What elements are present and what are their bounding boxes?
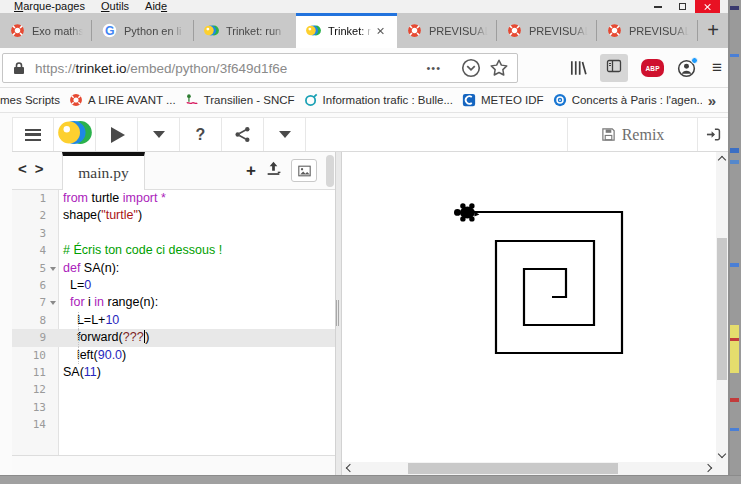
trinket-icon: [306, 23, 321, 38]
help-icon: ?: [196, 126, 206, 144]
bookmark-item-2[interactable]: A LIRE AVANT ...: [69, 93, 176, 107]
trinket-icon: [204, 23, 219, 38]
browser-tab-5[interactable]: PREVISUALI: [397, 13, 497, 48]
bookmark-item-3[interactable]: Transilien - SNCF: [185, 93, 295, 107]
lock-icon: [13, 61, 25, 75]
editor-scrollbar-thumb[interactable]: [326, 155, 334, 187]
window-title-bar: Marque-pagesOutilsAide: [0, 0, 730, 13]
info-trafic-icon: [304, 93, 318, 107]
code-editor[interactable]: 1from turtle import *2shape("turtle")34#…: [12, 190, 335, 455]
remix-button[interactable]: Remix: [567, 118, 697, 151]
bookmark-label: Transilien - SNCF: [204, 94, 295, 106]
tab-title: PREVISUALI: [629, 25, 690, 37]
account-icon[interactable]: [677, 59, 696, 78]
hamburger-menu-icon[interactable]: ≡: [712, 58, 722, 78]
bookmark-label: METEO IDF: [481, 94, 544, 106]
life-ring-icon: [10, 23, 25, 38]
file-tab-main-py[interactable]: main.py: [62, 152, 145, 190]
transilien-icon: [185, 93, 199, 107]
image-icon: [297, 164, 312, 178]
bookmarks-toolbar: mes ScriptsA LIRE AVANT ...Transilien - …: [0, 88, 730, 113]
code-line-10[interactable]: 10 left(90.0): [12, 347, 335, 364]
scroll-down-icon[interactable]: [716, 448, 728, 460]
next-file-icon[interactable]: >: [31, 160, 48, 177]
browser-tab-4[interactable]: Trinket: r: [296, 13, 397, 48]
close-icon: [704, 3, 712, 11]
tab-title: Python en li: [124, 25, 186, 37]
life-ring-icon: [407, 23, 422, 38]
browser-tab-2[interactable]: GPython en li: [92, 13, 194, 48]
code-line-9[interactable]: 9 forward(???): [12, 329, 335, 346]
panel-splitter[interactable]: [335, 152, 342, 475]
code-line-13[interactable]: 13: [12, 399, 335, 416]
bookmark-star-icon[interactable]: [489, 58, 509, 78]
maximize-button[interactable]: [670, 0, 695, 13]
output-vertical-scrollbar[interactable]: [716, 152, 728, 462]
menu-button[interactable]: [12, 118, 54, 151]
menu-aide[interactable]: Aide: [137, 0, 175, 13]
pocket-icon[interactable]: [461, 58, 481, 78]
menu-outils[interactable]: Outils: [93, 0, 137, 13]
run-button[interactable]: [96, 118, 138, 151]
code-text: shape("turtle"): [58, 207, 142, 224]
horizontal-scroll-thumb[interactable]: [408, 463, 618, 474]
code-line-1[interactable]: 1from turtle import *: [12, 190, 335, 207]
run-options-button[interactable]: [138, 118, 180, 151]
browser-tab-3[interactable]: Trinket: run: [194, 13, 296, 48]
minimize-button[interactable]: [645, 0, 670, 13]
line-number: 7: [12, 294, 58, 311]
code-line-12[interactable]: 12: [12, 381, 335, 398]
new-tab-button[interactable]: +: [698, 13, 728, 48]
vertical-scroll-thumb[interactable]: [717, 238, 727, 380]
scroll-up-icon[interactable]: [716, 154, 728, 166]
code-line-5[interactable]: 5def SA(n):: [12, 260, 335, 277]
close-window-button[interactable]: [695, 0, 720, 13]
browser-tab-6[interactable]: PREVISUALI: [497, 13, 597, 48]
bookmarks-overflow-icon[interactable]: »: [702, 92, 716, 109]
line-number: 14: [12, 416, 58, 433]
share-button[interactable]: [222, 118, 264, 151]
url-bar[interactable]: https://trinket.io/embed/python/3f649d1f…: [2, 53, 518, 83]
add-file-button[interactable]: +: [246, 161, 256, 181]
share-options-button[interactable]: [264, 118, 306, 151]
browser-tab-bar: Exo maths pGPython en liTrinket: runTrin…: [0, 13, 730, 48]
scroll-left-icon[interactable]: [344, 462, 356, 474]
browser-tab-7[interactable]: PREVISUALI: [597, 13, 698, 48]
fold-arrow-icon[interactable]: [50, 301, 56, 305]
browser-tab-1[interactable]: Exo maths p: [0, 13, 92, 48]
menu-marque-pages[interactable]: Marque-pages: [6, 0, 93, 13]
code-line-11[interactable]: 11SA(11): [12, 364, 335, 381]
scroll-right-icon[interactable]: [702, 462, 714, 474]
splitter-grip-icon: [336, 300, 341, 326]
bookmark-item-5[interactable]: METEO IDF: [462, 93, 544, 107]
insert-image-button[interactable]: [291, 159, 317, 182]
prev-file-icon[interactable]: <: [14, 160, 31, 177]
code-line-4[interactable]: 4# Écris ton code ci dessous !: [12, 242, 335, 259]
logo-button[interactable]: [54, 118, 96, 151]
line-number: 2: [12, 207, 58, 224]
code-line-6[interactable]: 6 L=0: [12, 277, 335, 294]
code-line-8[interactable]: 8 L=L+10: [12, 312, 335, 329]
bookmark-item-6[interactable]: Concerts à Paris : l'agen...: [553, 93, 707, 107]
code-line-7[interactable]: 7 for i in range(n):: [12, 294, 335, 311]
output-horizontal-scrollbar[interactable]: [342, 462, 716, 475]
help-button[interactable]: ?: [180, 118, 222, 151]
page-actions-icon[interactable]: •••: [426, 62, 441, 74]
bookmark-item-1[interactable]: mes Scripts: [0, 94, 60, 106]
code-lines: 1from turtle import *2shape("turtle")34#…: [12, 190, 335, 433]
fold-arrow-icon[interactable]: [50, 267, 56, 271]
library-icon[interactable]: [569, 59, 587, 77]
google-icon: G: [102, 23, 117, 38]
line-number: 9: [12, 329, 58, 346]
line-number: 1: [12, 190, 58, 207]
sidebars-button[interactable]: [600, 54, 628, 82]
code-line-3[interactable]: 3: [12, 225, 335, 242]
adblock-plus-icon[interactable]: ABP: [641, 59, 664, 77]
close-tab-icon[interactable]: [373, 23, 389, 39]
bookmark-item-4[interactable]: Information trafic : Bulle...: [304, 93, 453, 107]
code-line-2[interactable]: 2shape("turtle"): [12, 207, 335, 224]
sign-in-button[interactable]: [697, 118, 728, 151]
upload-icon[interactable]: [265, 160, 282, 181]
code-text: left(90.0): [58, 347, 126, 364]
code-line-14[interactable]: 14: [12, 416, 335, 433]
